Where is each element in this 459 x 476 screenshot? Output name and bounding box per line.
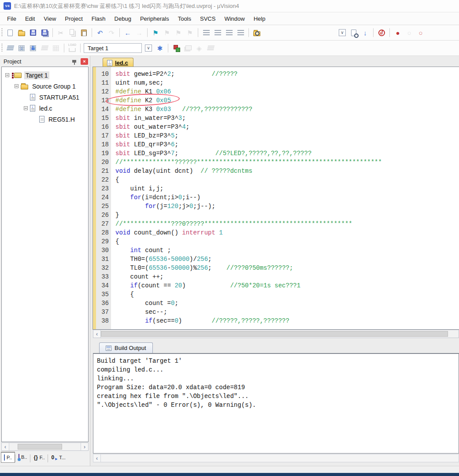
code-line[interactable]: 17sbit LED_bz=P3^5; <box>96 131 459 140</box>
code-line[interactable]: 31 TH0=(65536-50000)/256; <box>96 255 459 264</box>
menu-peripherals[interactable]: Peripherals <box>136 14 174 24</box>
tree-item-led-c[interactable]: led.c <box>2 103 88 114</box>
build-output-hscrollbar[interactable]: ‹ <box>93 454 459 462</box>
prev-bookmark-button[interactable]: ⚑ <box>173 27 184 38</box>
undo-button[interactable]: ↶ <box>95 27 105 38</box>
tree-item-source-group-1[interactable]: Source Group 1 <box>2 81 88 92</box>
code-line[interactable]: 32 TL0=(65536-50000)%256; //???0?50ms???… <box>96 264 459 272</box>
pin-icon[interactable] <box>72 60 76 63</box>
scroll-track[interactable] <box>101 454 459 462</box>
scroll-left-icon[interactable]: ‹ <box>2 443 9 450</box>
redo-button[interactable]: ↷ <box>106 27 117 38</box>
code-line[interactable]: 21void delay(uint dcnt) // ?????dcntms <box>96 167 459 175</box>
tree-item-target-1[interactable]: Target 1 <box>2 70 88 81</box>
toggle-breakpoint-button[interactable]: ● <box>392 27 403 38</box>
next-bookmark-button[interactable]: ⚑ <box>162 27 172 38</box>
code-line[interactable]: 36 count =0; <box>96 299 459 308</box>
build-button[interactable]: ↓ <box>16 43 27 53</box>
save-button[interactable] <box>28 27 38 38</box>
code-line[interactable]: 10sbit gewei=P2^2; //????? <box>96 70 459 78</box>
clear-bookmarks-button[interactable]: ⚑ <box>185 27 195 38</box>
panel-tab-f[interactable]: {}F.. <box>30 452 48 463</box>
scroll-thumb[interactable] <box>18 444 62 450</box>
code-line[interactable]: 33 count ++; <box>96 272 459 281</box>
save-all-button[interactable] <box>39 27 50 38</box>
uncomment-selection-button[interactable] <box>235 27 246 38</box>
code-line[interactable]: 23 uint i,j; <box>96 184 459 193</box>
scroll-thumb[interactable] <box>101 331 448 337</box>
code-line[interactable]: 34 if(count == 20) //?50*20=1s sec???1 <box>96 281 459 290</box>
code-line[interactable]: 22{ <box>96 175 459 184</box>
tree-item-startup-a51[interactable]: STARTUP.A51 <box>2 92 88 103</box>
batch-build-button[interactable] <box>39 43 50 53</box>
code-line[interactable]: 13#define K2 0x05 <box>96 96 459 105</box>
target-dropdown-button[interactable]: ∨ <box>143 43 154 53</box>
toolbar-grip[interactable] <box>1 28 3 37</box>
scroll-left-icon[interactable]: ‹ <box>93 330 101 338</box>
project-panel-hscrollbar[interactable]: ‹ › <box>1 443 89 451</box>
panel-tab-t[interactable]: 0T... <box>48 452 68 463</box>
download-to-flash-button[interactable]: LOAD <box>67 43 78 53</box>
code-line[interactable]: 24 for(i=dcnt;i>0;i--) <box>96 193 459 202</box>
file-extensions-button[interactable] <box>182 43 193 53</box>
manage-components-button[interactable] <box>171 43 181 53</box>
code-editor[interactable]: 10sbit gewei=P2^2; //?????11uint num,sec… <box>93 67 459 329</box>
toggle-bookmark-button[interactable]: ⚑ <box>150 27 161 38</box>
code-line[interactable]: 28void count_down() interrupt 1 <box>96 228 459 237</box>
tab-led-c[interactable]: led.c <box>103 58 133 67</box>
collapse-icon[interactable] <box>24 106 28 110</box>
code-line[interactable]: 27//*************???0?????**************… <box>96 219 459 228</box>
code-line[interactable]: 11uint num,sec; <box>96 78 459 87</box>
code-line[interactable]: 29{ <box>96 237 459 246</box>
scroll-left-icon[interactable]: ‹ <box>93 454 101 462</box>
collapse-icon[interactable] <box>15 84 19 88</box>
cut-button[interactable]: ✂ <box>56 27 66 38</box>
menu-view[interactable]: View <box>39 14 60 24</box>
rebuild-all-button[interactable]: ⇊ <box>28 43 38 53</box>
target-select[interactable]: Target 1 <box>84 43 142 53</box>
navigate-back-button[interactable]: ← <box>122 27 133 38</box>
code-line[interactable]: 20//**************??????****************… <box>96 158 459 167</box>
collapse-icon[interactable] <box>5 73 9 77</box>
menu-debug[interactable]: Debug <box>110 14 136 24</box>
kill-all-breakpoints-button[interactable]: ○ <box>415 27 426 38</box>
find-in-files-button[interactable] <box>252 27 262 38</box>
menu-edit[interactable]: Edit <box>21 14 39 24</box>
paste-button[interactable] <box>78 27 89 38</box>
start-debug-session-button[interactable]: d <box>376 27 387 38</box>
tab-build-output[interactable]: Build Output <box>99 342 153 353</box>
menu-project[interactable]: Project <box>60 14 87 24</box>
unindent-button[interactable] <box>212 27 223 38</box>
code-line[interactable]: 15sbit in_water=P3^3; <box>96 114 459 123</box>
scroll-track[interactable] <box>101 330 459 338</box>
panel-tab-p[interactable]: P.. <box>1 452 15 463</box>
menu-help[interactable]: Help <box>249 14 270 24</box>
tree-item-reg51-h[interactable]: REG51.H <box>2 114 88 125</box>
code-line[interactable]: 18sbit LED_qr=P3^6; <box>96 140 459 149</box>
stop-build-button[interactable] <box>51 43 61 53</box>
code-line[interactable]: 16sbit out_water=P3^4; <box>96 123 459 131</box>
scroll-right-icon[interactable]: › <box>81 443 88 450</box>
editor-hscrollbar[interactable]: ‹ <box>93 330 459 338</box>
search-dropdown-button[interactable]: ∨ <box>337 27 348 38</box>
menu-tools[interactable]: Tools <box>174 14 196 24</box>
menu-file[interactable]: File <box>3 14 21 24</box>
code-line[interactable]: 19sbit LED_sg=P3^7; //5?LED?,?????,??,??… <box>96 149 459 158</box>
comment-selection-button[interactable] <box>224 27 234 38</box>
code-line[interactable]: 30 int count ; <box>96 246 459 255</box>
target-options-button[interactable]: ✱ <box>155 43 165 53</box>
new-file-button[interactable] <box>5 27 15 38</box>
run-to-cursor-button[interactable]: ↓ <box>360 27 370 38</box>
translate-file-button[interactable] <box>5 43 15 53</box>
code-line[interactable]: 38 if(sec==0) //?????,?????,??????? <box>96 316 459 325</box>
build-output-pane[interactable]: Build target 'Target 1'compiling led.c..… <box>93 353 459 454</box>
open-file-button[interactable] <box>16 27 27 38</box>
code-line[interactable]: 26} <box>96 211 459 219</box>
find-in-document-button[interactable] <box>348 27 359 38</box>
code-line[interactable]: 12#define K1 0x06 <box>96 87 459 96</box>
code-line[interactable]: 37 sec--; <box>96 308 459 316</box>
toolbar-grip[interactable] <box>1 44 3 52</box>
multi-project-button[interactable]: ◈ <box>194 43 204 53</box>
code-line[interactable]: 25 for(j=120;j>0;j--); <box>96 202 459 211</box>
scroll-track[interactable] <box>9 443 81 450</box>
